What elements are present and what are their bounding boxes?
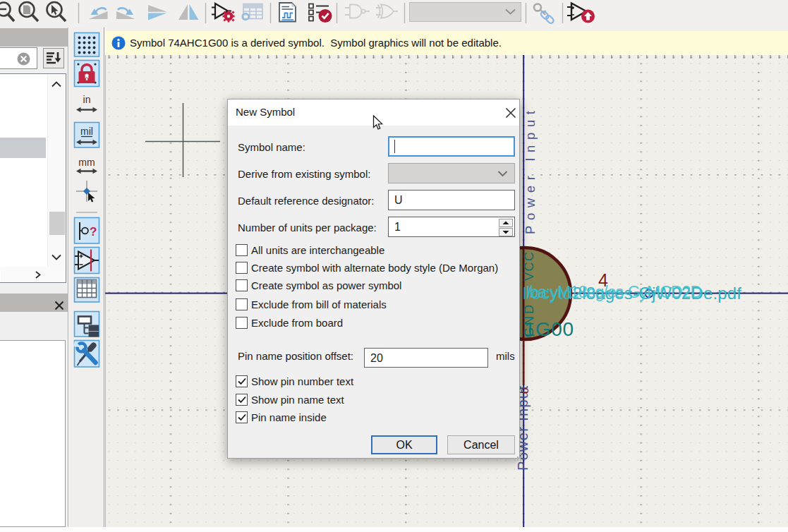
svg-text:mm: mm bbox=[78, 157, 95, 168]
svg-text:Iba:yM18eg/es-GyMCD2D: Iba:yM18eg/es-GyMCD2D bbox=[526, 283, 702, 301]
svg-text:VCC: VCC bbox=[522, 252, 536, 281]
svg-text:GND: GND bbox=[522, 305, 536, 337]
svg-text:0: 0 bbox=[519, 388, 531, 394]
svg-text:in: in bbox=[83, 94, 91, 105]
svg-text:?: ? bbox=[90, 225, 97, 238]
svg-text:mil: mil bbox=[80, 126, 93, 137]
